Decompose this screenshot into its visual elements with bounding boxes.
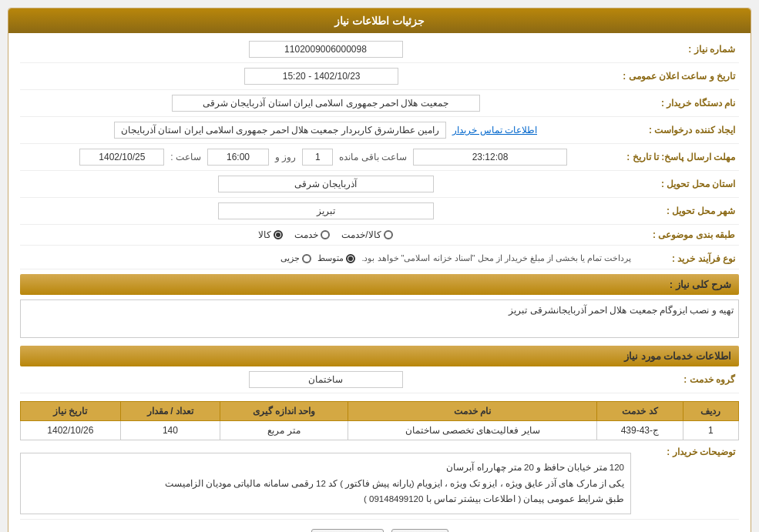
- category-label-kala: کالا: [258, 229, 271, 240]
- cell-unit: متر مربع: [220, 421, 348, 440]
- category-option-kala-khedmat: کالا/خدمت: [341, 229, 392, 240]
- need-number-label: شماره نیاز :: [631, 44, 739, 55]
- need-number-value: 1102009006000098: [20, 41, 631, 58]
- city-field: تبریز: [218, 202, 434, 219]
- description-section-header: شرح کلی نیاز :: [20, 274, 739, 295]
- buyer-org-label: نام دستگاه خریدار :: [631, 98, 739, 109]
- buyer-note-line: 120 متر خیابان حافظ و 20 متر چهارراه آبر…: [27, 460, 624, 476]
- process-option-medium: متوسط: [317, 253, 355, 263]
- services-section-header: اطلاعات خدمات مورد نیاز: [20, 346, 739, 366]
- cell-code: ج-43-439: [597, 421, 683, 440]
- process-options: پرداخت تمام یا بخشی از مبلغ خریدار از مح…: [20, 253, 631, 263]
- province-label: استان محل تحویل :: [631, 179, 739, 189]
- category-radio-khedmat: [321, 230, 330, 239]
- col-row: ردیف: [683, 402, 738, 421]
- buyer-org-value: جمعیت هلال احمر جمهوری اسلامی ایران استا…: [20, 95, 631, 112]
- buyer-note-line: طبق شرایط عمومی پیمان ( اطلاعات بیشتر تم…: [27, 491, 624, 507]
- buyer-note-line: یکی از مارک های آذر عایق ویژه ، ایزو تک …: [27, 476, 624, 492]
- category-option-khedmat: خدمت: [294, 229, 330, 240]
- print-button[interactable]: چاپ: [391, 529, 448, 532]
- creator-field: رامین عطارشرق کاربردار جمعیت هلال احمر ج…: [114, 122, 446, 139]
- col-code: کد خدمت: [597, 402, 683, 421]
- send-time-field: 16:00: [207, 149, 269, 166]
- send-date-row: 23:12:08 ساعت باقی مانده 1 روز و 16:00 س…: [20, 149, 626, 166]
- process-radio-partial: [302, 254, 311, 263]
- process-note: پرداخت تمام یا بخشی از مبلغ خریدار از مح…: [361, 253, 631, 263]
- send-date-label: مهلت ارسال پاسخ: تا تاریخ :: [626, 152, 739, 162]
- col-qty: تعداد / مقدار: [120, 402, 220, 421]
- buyer-org-field: جمعیت هلال احمر جمهوری اسلامی ایران استا…: [172, 95, 480, 112]
- category-options: کالا/خدمت خدمت کالا: [20, 229, 631, 240]
- page-title: جزئیات اطلاعات نیاز: [8, 8, 751, 33]
- cell-date: 1402/10/26: [21, 421, 121, 440]
- cell-row: 1: [683, 421, 738, 440]
- category-radio-kala: [274, 230, 283, 239]
- announce-datetime-value: 1402/10/23 - 15:20: [20, 68, 623, 85]
- category-option-kala: کالا: [258, 229, 283, 240]
- category-label-kala-khedmat: کالا/خدمت: [341, 229, 381, 240]
- creator-label: ایجاد کننده درخواست :: [631, 125, 739, 136]
- announce-datetime-label: تاریخ و ساعت اعلان عمومی :: [623, 71, 739, 82]
- col-date: تاریخ نیاز: [21, 402, 121, 421]
- cell-name: سایر فعالیت‌های تخصصی ساختمان: [348, 421, 597, 440]
- col-unit: واحد اندازه گیری: [220, 402, 348, 421]
- category-radio-kala-khedmat: [384, 230, 393, 239]
- service-group-value: ساختمان: [20, 371, 631, 388]
- province-field: آذربایجان شرقی: [218, 176, 434, 192]
- services-table: ردیف کد خدمت نام خدمت واحد اندازه گیری ت…: [20, 401, 739, 440]
- col-name: نام خدمت: [348, 402, 597, 421]
- process-option-partial: جزیی: [280, 253, 311, 263]
- category-label: طبقه بندی موضوعی :: [631, 229, 739, 240]
- creator-value: اطلاعات تماس خریدار رامین عطارشرق کاربرد…: [20, 122, 631, 139]
- description-box: تهیه و نصب ایزوگام جمعیت هلال احمر آذربا…: [20, 299, 739, 338]
- city-label: شهر محل تحویل :: [631, 206, 739, 216]
- cell-qty: 140: [120, 421, 220, 440]
- send-time-label: ساعت :: [170, 152, 201, 162]
- table-row: 1 ج-43-439 سایر فعالیت‌های تخصصی ساختمان…: [21, 421, 739, 440]
- process-label-medium: متوسط: [317, 253, 344, 263]
- province-value: آذربایجان شرقی: [20, 176, 631, 192]
- send-date-field: 1402/10/25: [79, 149, 164, 166]
- process-radio-medium: [346, 254, 355, 263]
- send-day-field: 1: [302, 149, 333, 166]
- back-button[interactable]: بازگشت: [311, 529, 384, 532]
- city-value: تبریز: [20, 202, 631, 219]
- remaining-label: ساعت باقی مانده: [339, 152, 407, 162]
- service-group-label: گروه خدمت :: [631, 374, 739, 385]
- need-number-field: 1102009006000098: [249, 41, 403, 58]
- send-day-label: روز و: [275, 152, 296, 162]
- process-label: نوع فرآیند خرید :: [631, 253, 739, 264]
- buyer-notes-box: 120 متر خیابان حافظ و 20 متر چهارراه آبر…: [20, 453, 631, 514]
- category-label-khedmat: خدمت: [294, 229, 318, 240]
- buyer-notes-label: توضیحات خریدار :: [631, 447, 739, 457]
- service-group-field: ساختمان: [249, 371, 403, 388]
- process-label-partial: جزیی: [280, 253, 300, 263]
- remaining-time-field: 23:12:08: [413, 149, 567, 166]
- announce-datetime-field: 1402/10/23 - 15:20: [244, 68, 398, 85]
- buyer-notes-value: 120 متر خیابان حافظ و 20 متر چهارراه آبر…: [20, 447, 631, 514]
- creator-contact-link[interactable]: اطلاعات تماس خریدار: [452, 125, 537, 136]
